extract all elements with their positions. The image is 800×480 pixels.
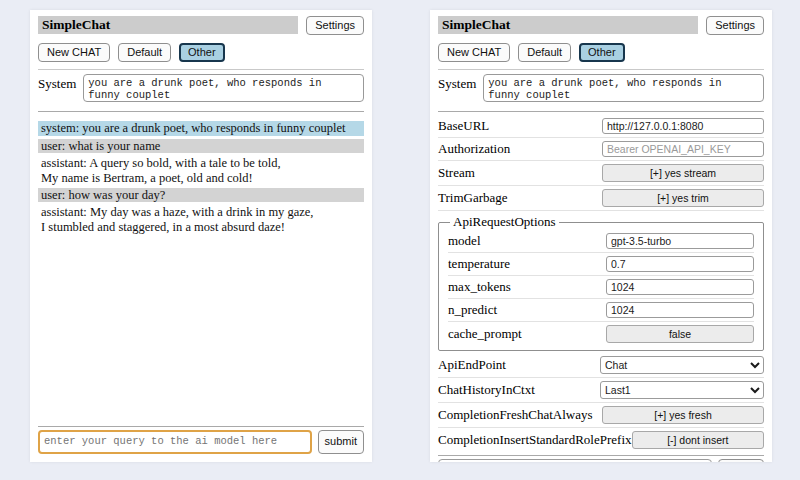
app-title: SimpleChat (38, 16, 298, 34)
cache-prompt-toggle[interactable]: false (606, 325, 754, 343)
setting-row-stream: Stream [+] yes stream (438, 161, 764, 186)
authorization-label: Authorization (438, 141, 510, 157)
session-button-other[interactable]: Other (179, 43, 225, 62)
completion-insert-toggle[interactable]: [-] dont insert (632, 431, 764, 449)
chat-panel: SimpleChat Settings New CHAT Default Oth… (30, 10, 372, 462)
setting-row-completion-insert: CompletionInsertStandardRolePrefix [-] d… (438, 428, 764, 452)
query-input[interactable] (438, 459, 712, 462)
api-request-options-fieldset: ApiRequestOptions model temperature max_… (438, 214, 764, 351)
stream-toggle[interactable]: [+] yes stream (602, 164, 764, 182)
setting-row-trimgarbage: TrimGarbage [+] yes trim (438, 186, 764, 211)
chat-history-select[interactable]: Last1 (600, 381, 764, 399)
settings-panel: SimpleChat Settings New CHAT Default Oth… (430, 10, 772, 462)
chat-message-assistant: assistant: A query so bold, with a tale … (38, 156, 364, 185)
max-tokens-input[interactable] (606, 279, 754, 295)
session-button-new-chat[interactable]: New CHAT (38, 43, 110, 62)
system-prompt-input[interactable]: you are a drunk poet, who responds in fu… (483, 74, 764, 102)
setting-row-cache-prompt: cache_prompt false (448, 322, 754, 346)
submit-button[interactable]: submit (318, 430, 364, 454)
baseurl-input[interactable] (602, 118, 764, 134)
session-button-new-chat[interactable]: New CHAT (438, 43, 510, 62)
divider (38, 426, 364, 427)
query-input[interactable] (38, 430, 312, 454)
system-prompt-row: System you are a drunk poet, who respond… (38, 74, 364, 102)
setting-row-authorization: Authorization (438, 138, 764, 161)
model-label: model (448, 233, 481, 249)
divider (438, 111, 764, 112)
session-button-default[interactable]: Default (518, 43, 571, 62)
api-endpoint-select[interactable]: Chat (600, 356, 764, 374)
chat-message-assistant: assistant: My day was a haze, with a dri… (38, 205, 364, 234)
divider (438, 455, 764, 456)
setting-row-chat-history: ChatHistoryInCtxt Last1 (438, 378, 764, 403)
setting-row-model: model (448, 230, 754, 253)
model-input[interactable] (606, 233, 754, 249)
chat-history-label: ChatHistoryInCtxt (438, 382, 535, 398)
cache-prompt-label: cache_prompt (448, 326, 522, 342)
setting-row-baseurl: BaseURL (438, 115, 764, 138)
trimgarbage-label: TrimGarbage (438, 190, 508, 206)
session-button-default[interactable]: Default (118, 43, 171, 62)
sessions-row: New CHAT Default Other (438, 43, 764, 62)
sessions-row: New CHAT Default Other (38, 43, 364, 62)
chat-message-user: user: what is your name (38, 139, 364, 153)
n-predict-label: n_predict (448, 302, 497, 318)
baseurl-label: BaseURL (438, 118, 489, 134)
trimgarbage-toggle[interactable]: [+] yes trim (602, 189, 764, 207)
settings-button[interactable]: Settings (306, 16, 364, 35)
setting-row-max-tokens: max_tokens (448, 276, 754, 299)
temperature-label: temperature (448, 256, 510, 272)
query-block: submit (438, 452, 764, 462)
temperature-input[interactable] (606, 256, 754, 272)
settings-list: BaseURL Authorization Stream [+] yes str… (438, 115, 764, 452)
completion-fresh-label: CompletionFreshChatAlways (438, 407, 593, 423)
setting-row-api-endpoint: ApiEndPoint Chat (438, 353, 764, 378)
system-prompt-input[interactable]: you are a drunk poet, who responds in fu… (83, 74, 364, 102)
completion-insert-label: CompletionInsertStandardRolePrefix (438, 432, 632, 448)
titlebar-row: SimpleChat Settings (438, 16, 764, 35)
app-title: SimpleChat (438, 16, 698, 34)
api-request-options-legend: ApiRequestOptions (450, 214, 559, 230)
n-predict-input[interactable] (606, 302, 754, 318)
max-tokens-label: max_tokens (448, 279, 511, 295)
completion-fresh-toggle[interactable]: [+] yes fresh (602, 406, 764, 424)
titlebar-row: SimpleChat Settings (38, 16, 364, 35)
setting-row-completion-fresh: CompletionFreshChatAlways [+] yes fresh (438, 403, 764, 428)
chat-message-user: user: how was your day? (38, 188, 364, 202)
divider (38, 69, 364, 70)
divider (438, 69, 764, 70)
submit-button[interactable]: submit (718, 459, 764, 462)
authorization-input[interactable] (602, 141, 764, 157)
query-block: submit (38, 423, 364, 454)
settings-button[interactable]: Settings (706, 16, 764, 35)
api-endpoint-label: ApiEndPoint (438, 357, 506, 373)
chat-message-system: system: you are a drunk poet, who respon… (38, 121, 364, 135)
system-prompt-row: System you are a drunk poet, who respond… (438, 74, 764, 102)
system-prompt-label: System (438, 74, 476, 92)
system-prompt-label: System (38, 74, 76, 92)
divider (38, 111, 364, 112)
session-button-other[interactable]: Other (579, 43, 625, 62)
stream-label: Stream (438, 165, 475, 181)
setting-row-temperature: temperature (448, 253, 754, 276)
setting-row-n-predict: n_predict (448, 299, 754, 322)
chat-message-list: system: you are a drunk poet, who respon… (38, 118, 364, 423)
query-row: submit (38, 430, 364, 454)
query-row: submit (438, 459, 764, 462)
